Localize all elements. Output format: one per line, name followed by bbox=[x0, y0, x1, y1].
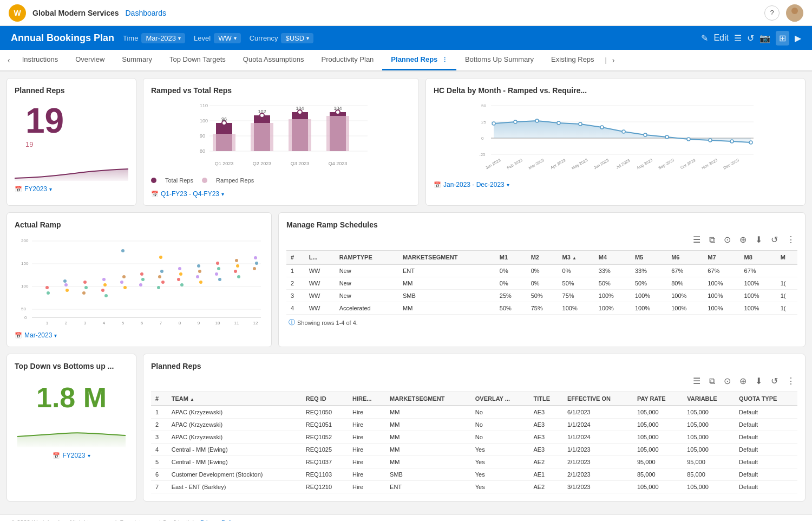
tab-overview[interactable]: Overview bbox=[67, 50, 113, 70]
dashboards-link[interactable]: Dashboards bbox=[126, 9, 167, 17]
svg-text:7: 7 bbox=[160, 321, 162, 325]
pr-settings-btn[interactable]: ⊙ bbox=[722, 375, 733, 387]
ramp-schedules-table: # L... RAMPTYPE MARKETSEGMENT M1 M2 M3 ▲… bbox=[286, 250, 797, 315]
svg-text:104: 104 bbox=[296, 106, 304, 111]
svg-point-93 bbox=[199, 281, 202, 284]
video-icon[interactable]: ▶ bbox=[795, 33, 801, 43]
prt-quotatype: Default bbox=[735, 406, 797, 419]
cell-m1: 0% bbox=[495, 264, 527, 277]
cell-ramptype: New bbox=[335, 290, 398, 302]
manage-ramp-schedules-card: Manage Ramp Schedules ☰ ⧉ ⊙ ⊕ ⬇ ↺ ⋮ # L.… bbox=[278, 212, 806, 347]
prt-segment: MM bbox=[385, 406, 471, 419]
pr-copy-btn[interactable]: ⧉ bbox=[707, 375, 717, 387]
pr-more-btn[interactable]: ⋮ bbox=[784, 375, 797, 387]
ramp-row-3: 3 WW New SMB 25% 50% 75% 100% 100% 100% … bbox=[286, 290, 797, 302]
copy-toolbar-btn[interactable]: ⧉ bbox=[707, 234, 717, 246]
actual-ramp-footer[interactable]: 📅 Mar-2023 ▾ bbox=[15, 331, 264, 339]
main-content: Planned Reps 19 19 📅 FY2023 ▾ bbox=[0, 71, 812, 515]
settings-toolbar-btn[interactable]: ⊙ bbox=[722, 233, 733, 246]
more-toolbar-btn[interactable]: ⋮ bbox=[784, 233, 797, 246]
prt-row-2: 2 APAC (Krzyzewski) REQ1051 Hire MM No A… bbox=[151, 419, 797, 431]
col-l: L... bbox=[305, 251, 335, 265]
tab-bottoms-up-summary[interactable]: Bottoms Up Summary bbox=[456, 50, 542, 70]
svg-text:0: 0 bbox=[24, 315, 27, 320]
svg-text:-25: -25 bbox=[479, 152, 486, 157]
time-value[interactable]: Mar-2023 ▾ bbox=[141, 33, 185, 43]
filter-icon[interactable]: ☰ bbox=[734, 33, 742, 43]
svg-point-80 bbox=[139, 283, 142, 286]
hc-delta-card: HC Delta by Month - Ramped vs. Require..… bbox=[425, 78, 806, 206]
grid-icon[interactable]: ⊞ bbox=[776, 31, 789, 45]
tab-productivity-plan[interactable]: Productivity Plan bbox=[313, 50, 383, 70]
col-m1: M1 bbox=[495, 251, 527, 265]
pr-refresh-btn[interactable]: ↺ bbox=[769, 375, 780, 387]
tab-planned-reps-options[interactable]: ⋮ bbox=[442, 56, 448, 63]
user-avatar[interactable] bbox=[786, 4, 803, 22]
header-bar: Annual Bookings Plan Time Mar-2023 ▾ Lev… bbox=[0, 26, 812, 50]
prt-col-quotatype: QUOTA TYPE bbox=[735, 392, 797, 406]
prt-col-overlay: OVERLAY ... bbox=[471, 392, 529, 406]
col-m7: M7 bbox=[703, 251, 739, 265]
tab-top-down-targets[interactable]: Top Down Targets bbox=[161, 50, 234, 70]
planned-reps-footer[interactable]: 📅 FY2023 ▾ bbox=[15, 185, 52, 193]
cell-m7: 100% bbox=[703, 302, 739, 315]
refresh-icon[interactable]: ↺ bbox=[747, 33, 754, 43]
level-value[interactable]: WW ▾ bbox=[214, 33, 241, 43]
filter-toolbar-btn[interactable]: ☰ bbox=[691, 233, 703, 246]
refresh-toolbar-btn[interactable]: ↺ bbox=[769, 233, 780, 246]
currency-value[interactable]: $USD ▾ bbox=[281, 33, 313, 43]
hc-delta-svg: 50 25 0 -25 bbox=[434, 99, 797, 175]
svg-point-96 bbox=[215, 272, 218, 276]
svg-point-67 bbox=[83, 281, 87, 284]
edit-icon[interactable]: ✎ bbox=[701, 33, 708, 43]
svg-text:Mar 2023: Mar 2023 bbox=[528, 158, 545, 171]
ramp-row-2: 2 WW New MM 0% 0% 50% 50% 50% 80% 100% 1… bbox=[286, 277, 797, 290]
ramped-vs-total-title: Ramped vs Total Reps bbox=[151, 86, 411, 95]
ramped-card-footer[interactable]: 📅 Q1-FY23 - Q4-FY23 ▾ bbox=[151, 190, 411, 198]
tab-next-button[interactable]: › bbox=[609, 51, 618, 69]
col-m3[interactable]: M3 ▲ bbox=[558, 251, 594, 265]
svg-point-75 bbox=[122, 275, 126, 278]
pr-filter-btn[interactable]: ☰ bbox=[691, 375, 703, 387]
tab-existing-reps[interactable]: Existing Reps bbox=[542, 50, 603, 70]
svg-text:110: 110 bbox=[200, 103, 208, 108]
prt-payrate: 105,000 bbox=[633, 406, 683, 419]
cell-m1: 0% bbox=[495, 277, 527, 290]
tab-summary[interactable]: Summary bbox=[113, 50, 161, 70]
edit-label[interactable]: Edit bbox=[713, 33, 729, 43]
prt-col-segment: MARKETSEGMENT bbox=[385, 392, 471, 406]
svg-point-1 bbox=[789, 15, 800, 22]
pr-add-btn[interactable]: ⊕ bbox=[737, 375, 749, 387]
camera-icon[interactable]: 📷 bbox=[759, 33, 770, 43]
svg-text:25: 25 bbox=[481, 120, 486, 125]
total-reps-legend-label: Total Reps bbox=[165, 177, 193, 184]
svg-text:4: 4 bbox=[103, 321, 106, 325]
level-label: Level bbox=[194, 34, 211, 42]
tab-planned-reps[interactable]: Planned Reps ⋮ bbox=[382, 50, 456, 70]
svg-text:3: 3 bbox=[84, 321, 87, 325]
tab-prev-button[interactable]: ‹ bbox=[4, 51, 14, 69]
tab-quota-assumptions[interactable]: Quota Assumptions bbox=[234, 50, 313, 70]
prt-col-team[interactable]: TEAM ▲ bbox=[167, 392, 302, 406]
svg-point-99 bbox=[236, 264, 239, 268]
cell-num: 2 bbox=[286, 277, 305, 290]
add-toolbar-btn[interactable]: ⊕ bbox=[737, 233, 749, 246]
svg-point-87 bbox=[179, 272, 182, 276]
pr-download-btn[interactable]: ⬇ bbox=[753, 375, 764, 387]
col-marketsegment: MARKETSEGMENT bbox=[398, 251, 495, 265]
svg-point-94 bbox=[216, 262, 219, 265]
svg-text:Aug 2023: Aug 2023 bbox=[636, 158, 653, 171]
download-toolbar-btn[interactable]: ⬇ bbox=[753, 233, 764, 246]
top-down-footer[interactable]: 📅 FY2023 ▾ bbox=[15, 452, 128, 459]
svg-point-37 bbox=[709, 139, 712, 142]
cell-segment: ENT bbox=[398, 264, 495, 277]
ramp-schedules-info: ⓘ Showing rows 1-4 of 4. bbox=[286, 315, 797, 330]
tab-instructions[interactable]: Instructions bbox=[14, 50, 67, 70]
help-button[interactable]: ? bbox=[764, 5, 780, 21]
actual-ramp-card: Actual Ramp 200 150 100 50 0 bbox=[6, 212, 272, 347]
hc-delta-footer[interactable]: 📅 Jan-2023 - Dec-2023 ▾ bbox=[434, 181, 797, 188]
svg-point-73 bbox=[104, 294, 108, 297]
svg-point-77 bbox=[123, 286, 127, 289]
svg-point-62 bbox=[45, 286, 49, 289]
svg-point-100 bbox=[234, 270, 237, 273]
